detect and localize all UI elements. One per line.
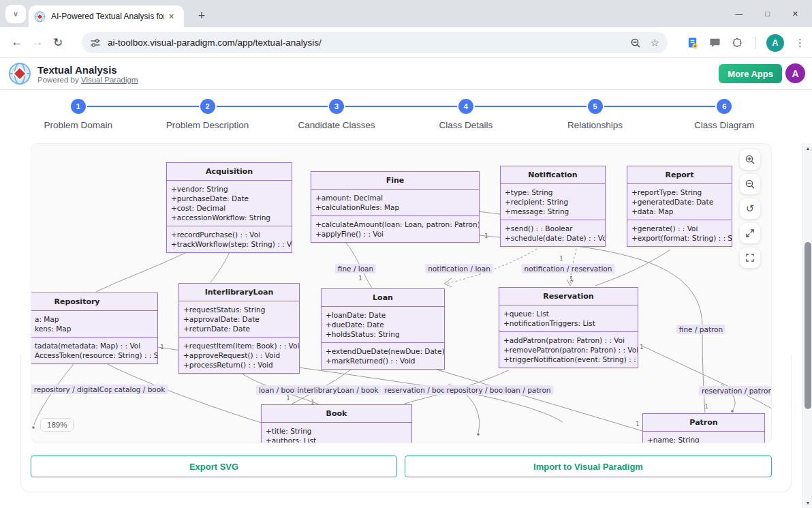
class-repository[interactable]: Repositorya: Mapkens: Maptadata(metadata… [31,293,158,364]
step-class-details[interactable]: 4Class Details [401,90,531,140]
class-operations-row: +generate() : : Voi [627,224,732,233]
class-attributes-row: +purchaseDate: Date [167,194,292,203]
step-label: Class Diagram [659,120,789,130]
zoom-out-button[interactable] [740,174,760,194]
class-attributes: +reportType: String+generatedDate: Date+… [627,184,732,220]
class-attributes: +title: String+authors: List [262,423,411,443]
class-book[interactable]: Book+title: String+authors: List [261,404,412,443]
multiplicity-label: 1 [569,275,573,282]
zoom-in-button[interactable] [740,149,760,170]
address-bar[interactable]: ai-toolbox.visual-paradigm.com/app/textu… [82,32,668,53]
docs-offline-icon[interactable] [687,37,698,49]
fit-screen-button[interactable] [740,223,760,243]
app-header: Textual Analysis Powered by Visual Parad… [0,58,812,90]
reload-button[interactable]: ↻ [48,35,68,50]
zoom-indicator-icon[interactable] [630,38,641,48]
zoom-out-icon [745,179,755,190]
scrollbar-thumb[interactable] [805,242,811,409]
export-svg-button[interactable]: Export SVG [31,455,397,477]
scroll-down-icon[interactable]: ▼ [803,500,812,505]
edge-label-loan-patron: loan / patron [502,385,553,395]
step-relationships[interactable]: 5Relationships [531,90,660,140]
step-candidate-classes[interactable]: 3Candidate Classes [272,90,401,140]
class-attributes-row: +message: String [501,207,605,216]
import-to-visual-paradigm-button[interactable]: Import to Visual Paradigm [405,455,772,477]
class-attributes-row: +reportType: String [627,188,732,197]
class-name: Notification [501,166,605,184]
new-tab-button[interactable]: + [192,6,211,25]
multiplicity-label: 1 [640,344,643,350]
powered-by: Powered by Visual Paradigm [37,76,138,84]
step-connector [531,106,587,107]
class-operations-row: tadata(metadata: Map) : : Voi [31,341,157,350]
class-notification[interactable]: Notification+type: String+recipient: Str… [500,166,606,247]
class-reservation[interactable]: Reservation+queue: List+notificationTrig… [499,287,638,368]
class-acquisition[interactable]: Acquisition+vendor: String+purchaseDate:… [166,162,292,253]
class-name: Report [627,166,732,184]
expand-icon [745,228,755,239]
class-diagram-canvas[interactable]: 189% Acquisition+vendor: String+purchase… [31,143,772,443]
class-operations-row: +processReturn() : : Void [179,360,299,370]
class-attributes-row: +notificationTriggers: List [499,318,638,328]
step-problem-domain[interactable]: 1Problem Domain [14,90,143,140]
site-settings-icon[interactable] [90,38,101,48]
window-minimize-button[interactable]: — [735,10,743,18]
edge-label-notification-loan: notification / loan [425,264,493,273]
class-operations-row: +send() : : Boolear [501,224,605,233]
step-number: 3 [329,99,344,114]
class-interlibraryloan[interactable]: InterlibraryLoan+requestStatus: String+a… [178,283,300,374]
visual-paradigm-link[interactable]: Visual Paradigm [81,76,138,84]
class-fine[interactable]: Fine+amount: Decimal+calculationRules: M… [311,171,480,243]
class-loan[interactable]: Loan+loanDate: Date+dueDate: Date+holdsS… [321,288,445,370]
browser-tab[interactable]: AI-Powered Textual Analysis for ✕ [29,5,184,27]
step-label: Class Details [401,120,531,130]
page-scrollbar[interactable]: ▲ ▼ [802,143,812,508]
class-operations-row: +addPatron(patron: Patron) : : Voi [499,335,638,345]
step-problem-description[interactable]: 2Problem Description [143,90,272,140]
class-operations-row: +applyFine() : : Voi [311,229,479,239]
step-number: 1 [71,99,86,114]
tab-search-button[interactable]: ∨ [5,5,26,23]
tab-close-icon[interactable]: ✕ [168,12,174,21]
window-close-button[interactable]: ✕ [792,10,798,18]
back-button[interactable]: ← [7,35,27,49]
zoom-level-badge: 189% [40,418,74,432]
class-operations: +extendDueDate(newDue: Date) : : Voi+mar… [322,343,444,369]
reset-view-button[interactable]: ↺ [740,198,760,219]
user-avatar[interactable]: A [785,63,805,83]
class-attributes-row: +recipient: String [501,197,605,207]
class-attributes-row: +cost: Decimal [167,203,292,213]
multiplicity-label: 1 [286,395,290,402]
extensions-icon[interactable] [732,37,744,49]
scroll-up-icon[interactable]: ▲ [803,146,812,151]
step-connector [217,106,272,107]
fullscreen-button[interactable] [740,248,760,268]
comment-icon[interactable] [709,37,721,48]
class-attributes: +amount: Decimal+calculationRules: Map [311,190,479,216]
class-name: Acquisition [167,163,292,181]
class-attributes-row: +vendor: String [167,184,292,194]
step-number: 6 [717,99,732,114]
multiplicity-label: 1 [559,255,563,262]
class-attributes-row: a: Map [31,314,157,324]
class-attributes-row: +amount: Decimal [311,193,479,203]
reset-icon: ↺ [746,203,755,215]
edge-label-reservation-patron: reservation / patron [699,386,772,395]
url-text[interactable]: ai-toolbox.visual-paradigm.com/app/textu… [108,38,621,48]
browser-profile-avatar[interactable]: A [766,34,784,52]
more-apps-button[interactable]: More Apps [719,64,782,83]
step-connector [345,106,401,107]
class-attributes-row: +title: String [262,426,411,436]
class-operations-row: +recordPurchase() : : Voi [167,230,292,239]
class-patron[interactable]: Patron+name: String [642,413,765,443]
bookmark-star-icon[interactable]: ☆ [651,37,659,49]
class-attributes: +type: String+recipient: String+message:… [501,184,605,220]
browser-menu-icon[interactable]: ⋮ [795,37,805,49]
step-number: 4 [458,99,473,114]
visual-paradigm-logo [8,62,31,85]
step-class-diagram[interactable]: 6Class Diagram [659,90,789,140]
class-report[interactable]: Report+reportType: String+generatedDate:… [627,166,732,247]
forward-button[interactable]: → [27,35,48,49]
class-operations-row: AccessToken(resource: String) : : Strin [31,350,157,360]
window-maximize-button[interactable]: □ [765,10,770,18]
